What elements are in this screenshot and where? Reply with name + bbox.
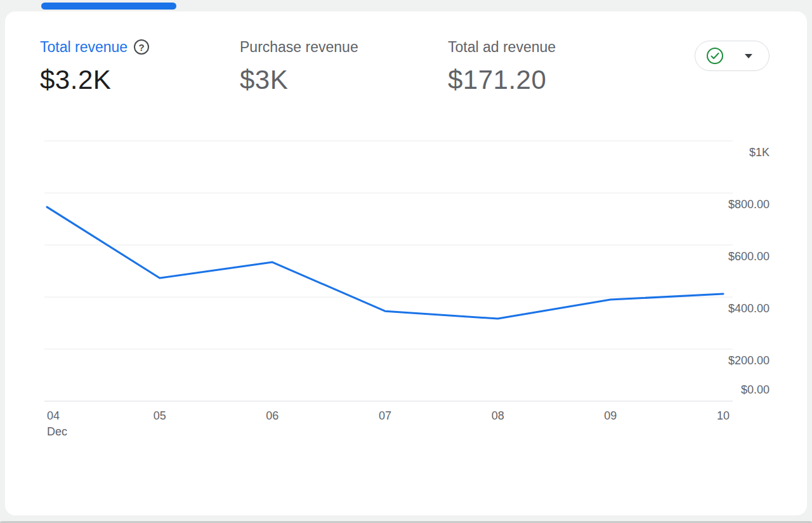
x-axis-label: 08 — [492, 409, 504, 423]
metric-total-ad-revenue[interactable]: Total ad revenue $171.20 — [448, 38, 686, 95]
active-tab-indicator — [41, 3, 176, 10]
y-axis-label: $600.00 — [728, 250, 769, 263]
y-axis-label: $1K — [749, 146, 769, 159]
metric-value-purchase-revenue: $3K — [240, 65, 448, 95]
metric-label-purchase-revenue[interactable]: Purchase revenue — [240, 38, 358, 56]
y-axis-labels: $1K$800.00$600.00$400.00$200.00$0.00 — [733, 141, 769, 401]
help-icon[interactable]: ? — [134, 39, 149, 55]
chart-plot — [44, 141, 733, 401]
y-axis-label: $200.00 — [728, 354, 769, 367]
x-axis-label: 06 — [266, 409, 278, 423]
x-axis-month-label: Dec — [47, 425, 67, 439]
metrics-row: Total revenue ? $3.2K Purchase revenue $… — [40, 38, 686, 95]
dropdown-caret-icon — [745, 54, 752, 58]
x-axis-label: 04 — [47, 409, 60, 423]
y-axis-label: $800.00 — [728, 198, 769, 211]
metric-label-total-ad-revenue[interactable]: Total ad revenue — [448, 38, 556, 56]
x-axis-label: 07 — [379, 409, 391, 423]
x-axis-label: 10 — [717, 409, 730, 423]
x-axis-labels: 04050607080910Dec — [44, 401, 733, 452]
metric-total-revenue[interactable]: Total revenue ? $3.2K — [40, 38, 240, 95]
metric-label-row: Total ad revenue — [448, 38, 686, 56]
metric-purchase-revenue[interactable]: Purchase revenue $3K — [240, 38, 448, 95]
metric-value-total-ad-revenue: $171.20 — [448, 65, 686, 95]
check-circle-icon — [706, 47, 724, 65]
metric-label-row: Total revenue ? — [40, 38, 240, 56]
revenue-line-chart: $1K$800.00$600.00$400.00$200.00$0.00 040… — [44, 141, 733, 401]
y-axis-label: $400.00 — [728, 302, 769, 315]
x-axis-label: 05 — [154, 409, 166, 423]
metric-label-total-revenue[interactable]: Total revenue — [40, 38, 128, 56]
metric-label-row: Purchase revenue — [240, 38, 448, 56]
y-axis-label: $0.00 — [741, 383, 769, 396]
revenue-card: Total revenue ? $3.2K Purchase revenue $… — [5, 11, 807, 515]
x-axis-label: 09 — [604, 409, 617, 423]
metric-value-total-revenue: $3.2K — [40, 65, 240, 95]
analytics-page: Total revenue ? $3.2K Purchase revenue $… — [0, 0, 812, 523]
data-quality-dropdown[interactable] — [695, 41, 769, 71]
